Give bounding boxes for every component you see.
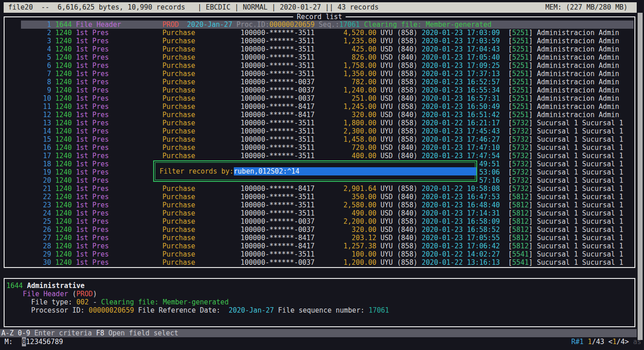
record-row[interactable]: 25 1240 1st Pres Purchase 100000-******-… <box>5 217 634 226</box>
page-open: < <box>604 338 613 346</box>
cell-amt: 720.00 <box>314 144 381 152</box>
record-row[interactable]: 11 1240 1st Pres Purchase 100000-******-… <box>5 103 634 111</box>
filter-dialog: Filter records by:ruben,012S02:^14 <box>153 160 477 182</box>
cell-func: Purchase <box>162 144 241 152</box>
cell-name: Sucursal 1 Sucursal 1 <box>537 226 623 234</box>
cell-brk: ] <box>529 103 537 111</box>
cell-brk: [ <box>500 119 512 127</box>
record-detail-panel: 1644 Administrative File Header (PROD) F… <box>4 278 635 327</box>
cell-label: Proc.ID: <box>237 21 269 29</box>
record-row[interactable]: 12 1240 1st Pres Purchase 100000-******-… <box>5 111 634 119</box>
record-row[interactable]: 15 1240 1st Pres Purchase 100000-******-… <box>5 135 634 144</box>
filter-input[interactable]: ruben,012S02:^14 <box>234 167 476 175</box>
cell-name: Sucursal 1 Sucursal 1 <box>537 127 623 135</box>
record-row[interactable]: 10 1240 1st Pres Purchase 100000-******-… <box>5 94 634 103</box>
cell-cur: UYU (858) <box>381 201 422 209</box>
cell-num: 25 <box>10 217 55 226</box>
record-row[interactable]: 26 1240 1st Pres Purchase 100000-******-… <box>5 226 634 234</box>
record-row[interactable]: 7 1240 1st Pres Purchase 100000-******-3… <box>5 70 634 78</box>
cell-brk: ] <box>529 119 537 127</box>
record-row[interactable]: 30 1240 1st Pres Purchase 100000-******-… <box>5 258 634 267</box>
cell-desc: 1st Pres <box>76 29 163 37</box>
cell-dt: 2020-01-23 17:46:27 <box>422 135 500 144</box>
cell-name: Sucursal 1 Sucursal 1 <box>537 201 623 209</box>
cell-type: 1240 <box>55 111 76 119</box>
cell-func: Purchase <box>162 45 241 53</box>
cell-code: 5251 <box>512 86 529 94</box>
record-row[interactable]: 8 1240 1st Pres Purchase 100000-******-0… <box>5 78 634 86</box>
cell-cur: UYU (858) <box>381 119 422 127</box>
cell-amt: 490.00 <box>314 209 381 217</box>
cell-code: 5251 <box>512 53 529 62</box>
cell-num: 5 <box>10 53 55 62</box>
record-row[interactable]: 5 1240 1st Pres Purchase 100000-******-3… <box>5 53 634 62</box>
record-row[interactable]: 4 1240 1st Pres Purchase 100000-******-3… <box>5 45 634 53</box>
record-row[interactable]: 14 1240 1st Pres Purchase 100000-******-… <box>5 127 634 135</box>
record-row[interactable]: 17 1240 1st Pres Purchase 100000-******-… <box>5 152 634 160</box>
cell-name: Sucursal 1 Sucursal 1 <box>537 160 623 168</box>
cell-desc: 1st Pres <box>76 242 163 250</box>
record-row[interactable]: 22 1240 1st Pres Purchase 100000-******-… <box>5 193 634 201</box>
cell-num: 28 <box>10 242 55 250</box>
cell-num: 11 <box>10 103 55 111</box>
record-row[interactable]: 16 1240 1st Pres Purchase 100000-******-… <box>5 144 634 152</box>
cell-type: 1240 <box>55 144 76 152</box>
detail-line-record-type: 1644 Administrative <box>5 282 634 290</box>
cell-num: 29 <box>10 250 55 258</box>
cell-amt: 320.00 <box>314 226 381 234</box>
cell-brk: [ <box>500 209 512 217</box>
cell-type: 1240 <box>55 193 76 201</box>
cell-cur: UYU (858) <box>381 217 422 226</box>
record-row[interactable]: 28 1240 1st Pres Purchase 100000-******-… <box>5 242 634 250</box>
cell-cur: USD (840) <box>381 45 422 53</box>
cell-dt: 2020-01-23 16:55:34 <box>422 86 500 94</box>
cell-brk: ] <box>529 37 537 45</box>
cell-cur: UYU (858) <box>381 250 422 258</box>
position-indicator: R#1 1/43 <1/4> as <box>571 337 641 347</box>
cell-brk: [ <box>500 86 512 94</box>
cell-code: 5251 <box>512 94 529 103</box>
cell-code: 5812 <box>512 217 529 226</box>
seq-label: File sequence number: <box>274 306 369 314</box>
record-row[interactable]: 9 1240 1st Pres Purchase 100000-******-0… <box>5 86 634 94</box>
cell-amt: 1,200.00 <box>314 258 381 267</box>
cell-dt: 2020-01-23 17:04:43 <box>422 45 500 53</box>
cell-num: 23 <box>10 201 55 209</box>
cell-code: 5812 <box>512 226 529 234</box>
cell-amt: 2,300.00 <box>314 127 381 135</box>
cell-cur: USD (840) <box>381 193 422 201</box>
cell-brk: ] <box>529 226 537 234</box>
cell-code: 5251 <box>512 29 529 37</box>
cell-amt: 1,245.00 <box>314 103 381 111</box>
record-row[interactable]: 2 1240 1st Pres Purchase 100000-******-3… <box>5 29 634 37</box>
record-row[interactable]: 13 1240 1st Pres Purchase 100000-******-… <box>5 119 634 127</box>
file-type-label: File type: <box>31 298 76 306</box>
cell-amt: 203.12 <box>314 234 381 242</box>
cell-amt: 826.00 <box>314 53 381 62</box>
cell-type: 1240 <box>55 217 76 226</box>
cell-cur: UYU (858) <box>381 62 422 70</box>
cell-brk: ] <box>529 176 537 185</box>
command-input-area[interactable]: M:0123456789 <box>5 337 63 347</box>
cell-name: Administracion Admin <box>537 62 619 70</box>
cell-acct: 100000-******-3511 <box>241 45 315 53</box>
cell-type: 1240 <box>55 29 76 37</box>
record-row[interactable]: 29 1240 1st Pres Purchase 100000-******-… <box>5 250 634 258</box>
cell-acct: 100000-******-8417 <box>241 242 315 250</box>
cell-type: 1240 <box>55 152 76 160</box>
cell-desc: 1st Pres <box>76 53 163 62</box>
status-bar: A-Z0-9Enter criteriaF8Open field select <box>0 329 637 337</box>
record-row[interactable]: 6 1240 1st Pres Purchase 100000-******-3… <box>5 62 634 70</box>
cell-dt: 2020-01-22 14:02:27 <box>422 250 500 258</box>
cell-acct: 100000-******-3511 <box>241 127 315 135</box>
cell-func: Purchase <box>162 111 241 119</box>
record-row-header[interactable]: 1 1644 File Header PROD 2020-Jan-27 Proc… <box>5 21 634 29</box>
record-row[interactable]: 3 1240 1st Pres Purchase 100000-******-3… <box>5 37 634 45</box>
record-row[interactable]: 23 1240 1st Pres Purchase 100000-******-… <box>5 201 634 209</box>
scrollbar[interactable] <box>638 13 643 340</box>
record-row[interactable]: 21 1240 1st Pres Purchase 100000-******-… <box>5 185 634 193</box>
cell-dt: 2020-01-23 17:05:55 <box>422 234 500 242</box>
record-row[interactable]: 24 1240 1st Pres Purchase 100000-******-… <box>5 209 634 217</box>
record-row[interactable]: 27 1240 1st Pres Purchase 100000-******-… <box>5 234 634 242</box>
cell-acct: 100000-******-3511 <box>241 193 315 201</box>
